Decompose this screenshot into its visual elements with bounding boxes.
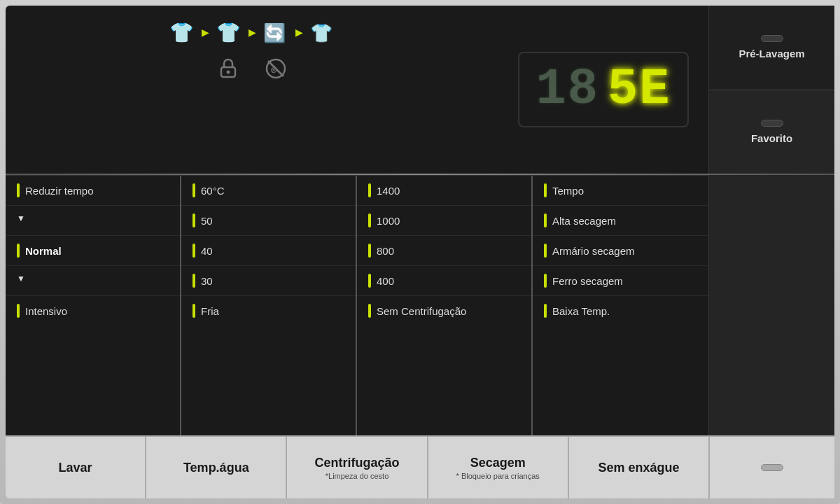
- program-icon-4: 👕: [309, 20, 337, 45]
- secagem-item-3[interactable]: Armário secagem: [533, 236, 708, 266]
- bottom-secagem-sub: * Bloqueio para crianças: [456, 472, 540, 480]
- centrifugacao-indicator-1: [368, 183, 371, 197]
- centrifugacao-item-5[interactable]: Sem Centrifugação: [357, 296, 531, 326]
- bottom-tempagua-main: Temp.água: [183, 461, 249, 475]
- lavar-text-1: Reduzir tempo: [25, 185, 94, 197]
- tempagua-indicator-5: [192, 304, 195, 318]
- machine-panel: 👕 ▶ 👕 ▶ 🔄 ▶ 👕: [0, 0, 840, 504]
- tempagua-text-3: 40: [201, 245, 213, 257]
- arrow-2: ▶: [248, 27, 256, 38]
- centrifugacao-item-2[interactable]: 1000: [357, 206, 531, 236]
- tempagua-text-5: Fria: [201, 305, 219, 317]
- centrifugacao-column: 1400 1000 800 400 Sem Centrifugação: [357, 176, 533, 435]
- tempagua-indicator-4: [192, 274, 195, 288]
- secagem-indicator-3: [544, 244, 547, 258]
- svg-text:🔄: 🔄: [263, 22, 286, 44]
- secagem-text-4: Ferro secagem: [552, 275, 623, 287]
- lavar-indicator-5: [17, 304, 20, 318]
- centrifugacao-text-4: 400: [377, 275, 394, 287]
- program-icons-area: 👕 ▶ 👕 ▶ 🔄 ▶ 👕: [6, 6, 498, 174]
- bottom-centrifugacao-sub: *Limpeza do cesto: [326, 472, 389, 480]
- centrifugacao-text-5: Sem Centrifugação: [377, 305, 466, 317]
- secagem-indicator-5: [544, 304, 547, 318]
- centrifugacao-text-1: 1400: [377, 185, 400, 197]
- svg-text:👕: 👕: [310, 22, 333, 44]
- centrifugacao-item-1[interactable]: 1400: [357, 176, 531, 206]
- favorito-led: [761, 120, 783, 127]
- lavar-indicator-3: [17, 244, 20, 258]
- svg-text:👕: 👕: [216, 21, 241, 44]
- favorito-label: Favorito: [751, 132, 792, 144]
- bottom-lavar-main: Lavar: [59, 461, 92, 475]
- secagem-text-2: Alta secagem: [552, 215, 616, 227]
- centrifugacao-item-4[interactable]: 400: [357, 266, 531, 296]
- tempagua-item-2[interactable]: 50: [181, 206, 356, 236]
- centrifugacao-indicator-3: [368, 244, 371, 258]
- lavar-item-1[interactable]: Reduzir tempo: [6, 176, 180, 206]
- bottom-right-led: [761, 464, 783, 471]
- lavar-indicator-1: [17, 183, 20, 197]
- program-icon-1: 👕: [168, 20, 196, 45]
- display-area: 18 5E: [498, 6, 708, 174]
- centrifugacao-indicator-2: [368, 214, 371, 227]
- tempagua-item-5[interactable]: Fria: [181, 296, 356, 326]
- bottom-centrifugacao[interactable]: Centrifugação *Limpeza do cesto: [287, 437, 428, 498]
- bottom-semenxague-main: Sem enxágue: [598, 461, 679, 475]
- centrifugacao-text-2: 1000: [377, 215, 400, 227]
- lock-icon: [216, 56, 241, 81]
- centrifugacao-text-3: 800: [377, 245, 394, 257]
- centrifugacao-indicator-4: [368, 274, 371, 288]
- bottom-panel: Lavar Temp.água Centrifugação *Limpeza d…: [6, 435, 834, 498]
- secagem-indicator-2: [544, 214, 547, 227]
- bottom-centrifugacao-main: Centrifugação: [314, 456, 399, 470]
- lavar-item-4[interactable]: ▼: [6, 266, 180, 296]
- settings-panel: Reduzir tempo ▼ Normal ▼ Intensivo: [6, 175, 834, 435]
- svg-text:⊗: ⊗: [270, 65, 277, 75]
- top-panel: 👕 ▶ 👕 ▶ 🔄 ▶ 👕: [6, 6, 834, 174]
- icon-row-2: ⊗: [216, 56, 288, 81]
- bottom-secagem-main: Secagem: [470, 456, 526, 470]
- tempagua-item-3[interactable]: 40: [181, 236, 356, 266]
- lavar-item-3[interactable]: Normal: [6, 236, 180, 266]
- centrifugacao-item-3[interactable]: 800: [357, 236, 531, 266]
- bottom-secagem[interactable]: Secagem * Bloqueio para crianças: [428, 437, 569, 498]
- secagem-item-4[interactable]: Ferro secagem: [533, 266, 708, 296]
- no-spin-icon: ⊗: [263, 56, 288, 81]
- tempagua-indicator-1: [192, 183, 195, 197]
- program-icon-2: 👕: [215, 20, 243, 45]
- tempagua-item-4[interactable]: 30: [181, 266, 356, 296]
- bottom-semenxague[interactable]: Sem enxágue: [569, 437, 708, 498]
- program-icon-3: 🔄: [262, 20, 290, 45]
- settings-grid: Reduzir tempo ▼ Normal ▼ Intensivo: [6, 175, 708, 435]
- tempagua-indicator-2: [192, 214, 195, 227]
- lavar-column: Reduzir tempo ▼ Normal ▼ Intensivo: [6, 176, 181, 435]
- tempagua-text-4: 30: [201, 275, 213, 287]
- secagem-text-3: Armário secagem: [552, 245, 635, 257]
- bottom-tempagua[interactable]: Temp.água: [146, 437, 287, 498]
- lavar-item-2[interactable]: ▼: [6, 206, 180, 236]
- secagem-item-5[interactable]: Baixa Temp.: [533, 296, 708, 326]
- program-icon-row: 👕 ▶ 👕 ▶ 🔄 ▶ 👕: [168, 20, 337, 45]
- bottom-lavar[interactable]: Lavar: [6, 437, 146, 498]
- tempagua-column: 60°C 50 40 30 Fria: [181, 176, 357, 435]
- secagem-text-1: Tempo: [552, 185, 584, 197]
- secagem-indicator-1: [544, 183, 547, 197]
- arrow-1: ▶: [202, 27, 209, 38]
- favorito-button[interactable]: Favorito: [709, 90, 834, 174]
- secagem-column: Tempo Alta secagem Armário secagem Ferro…: [533, 176, 708, 435]
- lavar-arrow-4: ▼: [17, 274, 25, 288]
- svg-text:👕: 👕: [169, 21, 194, 44]
- pre-lavagem-button[interactable]: Pré-Lavagem: [709, 6, 834, 90]
- secagem-indicator-4: [544, 274, 547, 288]
- svg-point-5: [227, 71, 230, 74]
- bottom-right-led-area: [708, 437, 834, 498]
- lavar-item-5[interactable]: Intensivo: [6, 296, 180, 326]
- tempagua-item-1[interactable]: 60°C: [181, 176, 356, 206]
- secagem-item-2[interactable]: Alta secagem: [533, 206, 708, 236]
- secagem-item-1[interactable]: Tempo: [533, 176, 708, 206]
- lavar-text-3: Normal: [25, 245, 62, 257]
- display-digit2: 5E: [608, 64, 671, 115]
- tempagua-text-1: 60°C: [201, 185, 225, 197]
- tempagua-indicator-3: [192, 244, 195, 258]
- pre-lavagem-label: Pré-Lavagem: [738, 48, 804, 59]
